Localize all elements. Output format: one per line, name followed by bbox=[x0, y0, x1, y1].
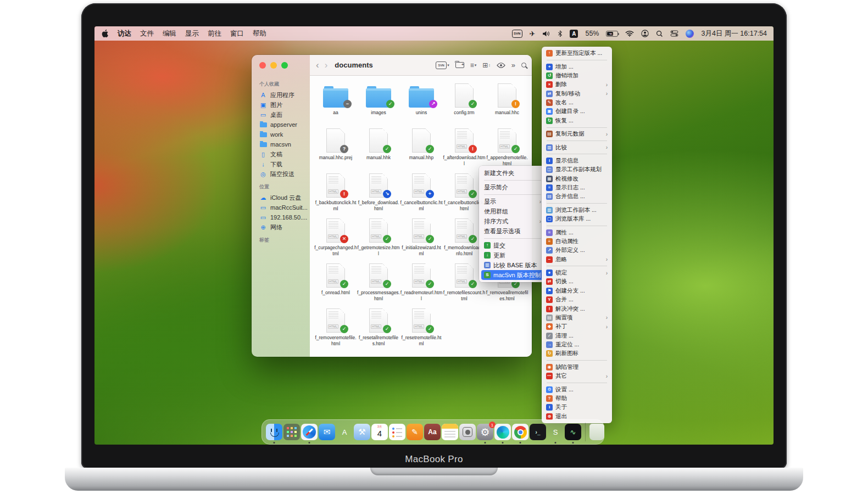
menu-item-refresh-icons[interactable]: ↻刷新图标 bbox=[542, 349, 612, 358]
dock-icon-reminders[interactable] bbox=[389, 424, 405, 440]
file-item-f_afterdownload.html[interactable]: HTML!f_afterdownload.html bbox=[443, 127, 486, 172]
dock-icon-grapher[interactable]: ∿ bbox=[565, 424, 581, 440]
menu-item-create-branch[interactable]: ⚑创建分支 ... bbox=[542, 287, 612, 295]
folder-item-images[interactable]: ✓images bbox=[357, 82, 400, 127]
menu-item-help[interactable]: ?帮助 bbox=[542, 394, 612, 403]
close-button[interactable] bbox=[259, 62, 266, 69]
menu-item-about[interactable]: i关于 bbox=[542, 403, 612, 412]
menu-item-show-wc-plan[interactable]: ◫显示工作副本规划 bbox=[542, 165, 612, 174]
dock-icon-calendar[interactable]: 3月4 bbox=[371, 424, 388, 440]
file-item-f_initializewizard.html[interactable]: HTML✓f_initializewizard.html bbox=[400, 217, 443, 262]
dock-icon-safari[interactable] bbox=[301, 424, 318, 440]
menubar-menu-编辑[interactable]: 编辑 bbox=[163, 29, 176, 38]
file-item-f_getremotesize.html[interactable]: HTML✓f_getremotesize.html bbox=[357, 217, 400, 262]
sidebar-item-文稿[interactable]: ▯文稿 bbox=[257, 149, 310, 159]
menu-item-macsvn-version-control[interactable]: SmacSvn 版本控制› bbox=[481, 270, 544, 280]
menubar-menu-访达[interactable]: 访达 bbox=[118, 29, 131, 38]
file-item-config.trm[interactable]: ✓config.trm bbox=[443, 82, 486, 127]
minimize-button[interactable] bbox=[270, 62, 277, 69]
sidebar-item-work[interactable]: work bbox=[257, 130, 310, 139]
file-item-f_resetremotefile.html[interactable]: HTML✓f_resetremotefile.html bbox=[400, 307, 443, 352]
menu-item-svn-diff-base[interactable]: ▥比较 BASE 版本 bbox=[479, 260, 546, 270]
file-item-manual.hhp[interactable]: ✓manual.hhp bbox=[400, 127, 443, 172]
dock-icon-edge[interactable] bbox=[494, 424, 511, 440]
sidebar-item-桌面[interactable]: ▭桌面 bbox=[257, 110, 310, 120]
file-item-f_removeremotefile.html[interactable]: HTML✓f_removeremotefile.html bbox=[314, 307, 357, 352]
sidebar-item-iCloud 云盘[interactable]: ☁iCloud 云盘 bbox=[257, 193, 310, 203]
user-account-icon[interactable] bbox=[641, 30, 649, 37]
menu-item-switch[interactable]: ⇄切换 ... bbox=[542, 277, 612, 286]
dock-icon-xcode[interactable]: ⚒ bbox=[354, 424, 370, 440]
menubar-menu-帮助[interactable]: 帮助 bbox=[253, 29, 266, 38]
menu-item-make-directory[interactable]: ▣创建目录 ... bbox=[542, 107, 612, 116]
file-item-manual.hhk[interactable]: ✓manual.hhk bbox=[357, 127, 400, 172]
dock-icon-finder[interactable] bbox=[266, 424, 282, 440]
sidebar-item-macsvn[interactable]: macsvn bbox=[257, 139, 310, 149]
svn-status-icon[interactable]: SVN bbox=[512, 30, 522, 38]
menu-item-browse-working-copy[interactable]: ▥浏览工作副本 ... bbox=[542, 206, 612, 215]
new-folder-button[interactable] bbox=[455, 62, 464, 68]
sidebar-item-appserver[interactable]: appserver bbox=[257, 120, 310, 130]
menu-item-patch[interactable]: ◆补丁› bbox=[542, 322, 612, 331]
file-item-f_cancelbuttonclic.html[interactable]: HTML+f_cancelbuttonclic.html bbox=[400, 172, 443, 217]
sidebar-item-网络[interactable]: ⊕网络 bbox=[257, 222, 310, 232]
menu-item-show-view-options[interactable]: 查看显示选项 bbox=[479, 226, 546, 236]
dock-icon-notes[interactable] bbox=[442, 424, 458, 440]
menu-item-lock[interactable]: ●锁定› bbox=[542, 268, 612, 277]
input-source-icon[interactable]: A bbox=[570, 30, 578, 38]
menu-item-other[interactable]: ⋯其它› bbox=[542, 372, 612, 380]
quicklook-eye-button[interactable] bbox=[497, 60, 505, 70]
menu-item-diff[interactable]: ▥比较› bbox=[542, 143, 612, 151]
menu-item-view[interactable]: 显示› bbox=[479, 197, 546, 206]
back-button[interactable]: ‹ bbox=[315, 60, 320, 70]
menu-item-bug-tracking[interactable]: ◉缺陷管理 bbox=[542, 363, 612, 372]
menu-bar-clock[interactable]: 3月4日 周一 16:17:54 bbox=[701, 29, 767, 38]
file-item-f_before_download.html[interactable]: HTML↘f_before_download.html bbox=[357, 172, 400, 217]
menu-item-get-info[interactable]: 显示简介 bbox=[479, 182, 546, 192]
menu-item-shelve[interactable]: ▤搁置项› bbox=[542, 313, 612, 322]
menu-item-ignore[interactable]: −忽略› bbox=[542, 255, 612, 264]
menu-item-show-info[interactable]: i显示信息 bbox=[542, 156, 612, 165]
menu-item-merge[interactable]: Y合并 ... bbox=[542, 295, 612, 304]
menu-item-delete[interactable]: ×删除› bbox=[542, 80, 612, 89]
dock-icon-terminal[interactable]: ›_ bbox=[530, 424, 546, 440]
zoom-button[interactable] bbox=[281, 62, 288, 69]
menu-item-auto-properties[interactable]: ≡自动属性 bbox=[542, 237, 612, 246]
menu-item-revert[interactable]: ↻恢复 ... bbox=[542, 116, 612, 125]
menu-item-resolve-conflicts[interactable]: !解决冲突 ... bbox=[542, 304, 612, 313]
menu-item-add[interactable]: +增加 ... bbox=[542, 62, 612, 71]
file-item-f_resetallremotefiles.html[interactable]: HTML✓f_resetallremotefiles.html bbox=[357, 307, 400, 352]
dock-icon-screenshot[interactable] bbox=[459, 424, 476, 440]
folder-item-aa[interactable]: −aa bbox=[314, 82, 357, 127]
folder-item-unins[interactable]: ↗unins bbox=[400, 82, 443, 127]
menubar-menu-前往[interactable]: 前往 bbox=[208, 29, 221, 38]
menu-item-cleanup[interactable]: ✓清理 ... bbox=[542, 332, 612, 340]
bluetooth-icon[interactable] bbox=[558, 30, 563, 37]
group-button[interactable]: ⊞↕ bbox=[482, 61, 491, 69]
file-item-manual.hhc[interactable]: !manual.hhc bbox=[486, 82, 528, 127]
menubar-menu-显示[interactable]: 显示 bbox=[185, 29, 199, 38]
dock-icon-dictionary[interactable]: Aa bbox=[424, 424, 441, 440]
menu-item-copy-metadata[interactable]: ▤复制元数据› bbox=[542, 130, 612, 138]
menubar-menu-窗口[interactable]: 窗口 bbox=[230, 29, 244, 38]
menu-item-relocate[interactable]: →重定位 ... bbox=[542, 340, 612, 349]
menu-item-copy-move[interactable]: ⇄复制/移动› bbox=[542, 89, 612, 98]
menu-item-update-to-revision[interactable]: ↑更新至指定版本 ... bbox=[542, 49, 612, 58]
control-center-icon[interactable] bbox=[670, 30, 678, 37]
apple-menu-icon[interactable] bbox=[101, 29, 109, 38]
menu-item-svn-update[interactable]: ↓更新 bbox=[479, 250, 546, 260]
file-item-f_backbuttonclick.html[interactable]: HTML!f_backbuttonclick.html bbox=[314, 172, 357, 217]
airplane-icon[interactable]: ✈ bbox=[530, 30, 536, 38]
file-item-f_onread.html[interactable]: HTML✓f_onread.html bbox=[314, 262, 357, 307]
file-item-f_readremoteurl.html[interactable]: HTML✓f_readremoteurl.html bbox=[400, 262, 443, 307]
sidebar-item-图片[interactable]: ▣图片 bbox=[257, 100, 310, 110]
file-item-f_processmessages.html[interactable]: HTML✓f_processmessages.html bbox=[357, 262, 400, 307]
sidebar-item-macRccSuit...[interactable]: ▭macRccSuit...▲ bbox=[257, 203, 310, 212]
menubar-menu-文件[interactable]: 文件 bbox=[140, 29, 154, 38]
menu-item-settings[interactable]: ⚙设置 ... bbox=[542, 385, 612, 394]
dock-icon-pages[interactable]: ✎ bbox=[407, 424, 423, 440]
menu-item-use-groups[interactable]: 使用群组 bbox=[479, 206, 546, 216]
menu-item-merge-info[interactable]: ▤合并信息 ... bbox=[542, 192, 612, 201]
volume-icon[interactable] bbox=[542, 31, 550, 37]
sidebar-item-应用程序[interactable]: A应用程序 bbox=[257, 90, 310, 100]
